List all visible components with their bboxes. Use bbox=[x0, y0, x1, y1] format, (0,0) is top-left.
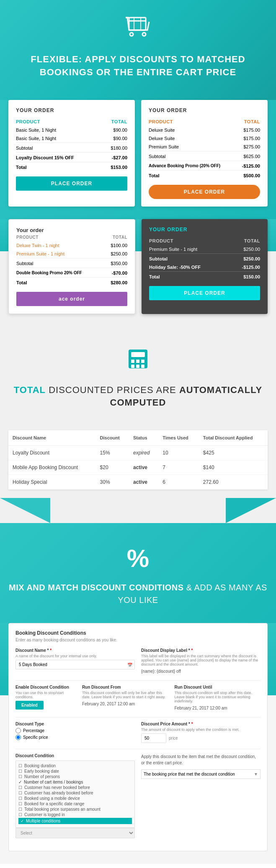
conditions-list-col: Discount Condition ☐Booking duration ☐Ea… bbox=[15, 753, 135, 838]
condition-number-persons[interactable]: ☐Number of persons bbox=[18, 774, 132, 779]
condition-booking-duration[interactable]: ☐Booking duration bbox=[18, 763, 132, 768]
display-label-label: Discount Display Label * bbox=[141, 648, 261, 653]
condition-logged-in[interactable]: ☐Customer is logged in bbox=[18, 812, 132, 817]
condition-cart-items[interactable]: ✓Number of cart items / bookings bbox=[18, 780, 132, 784]
subtotal-row: Subtotal $250.00 bbox=[149, 253, 260, 263]
discount-pct: 15% bbox=[96, 446, 129, 460]
times-used: 6 bbox=[158, 475, 199, 490]
display-label-value: {name}: {discount} off bbox=[141, 668, 261, 674]
price-input-row: price bbox=[141, 733, 261, 743]
conditions-section: Booking Discount Conditions Enter as man… bbox=[0, 623, 276, 864]
radio-percentage[interactable]: Percentage bbox=[15, 728, 135, 733]
display-label-col: Discount Display Label * This label will… bbox=[141, 648, 261, 674]
conditions-form: Booking Discount Conditions Enter as man… bbox=[8, 623, 268, 851]
calculator-icon bbox=[8, 347, 268, 375]
triangle-right bbox=[226, 498, 276, 523]
cards-row-1: YOUR ORDER PRODUCT TOTAL Basic Suite, 1 … bbox=[0, 100, 276, 219]
svg-rect-0 bbox=[129, 18, 146, 30]
total-row: Total $150.00 bbox=[149, 271, 260, 281]
discount-table: Discount Name Discount Status Times Used… bbox=[8, 430, 268, 490]
run-from-value: February 20, 2017 12:00 am bbox=[82, 701, 168, 707]
cards-row-2: Your order PRODUCT TOTAL Deluxe Twin - 1… bbox=[0, 219, 276, 327]
th-name: Discount Name bbox=[8, 430, 96, 446]
discount-price-input[interactable] bbox=[141, 733, 166, 743]
card1-col-total: TOTAL bbox=[103, 117, 127, 126]
discount-price-col: Discount Price Amount * The amount of di… bbox=[141, 722, 261, 743]
discount-price-sublabel: The amount of discount to apply when the… bbox=[141, 728, 261, 732]
discount-name-label: Discount Name * bbox=[15, 648, 135, 653]
svg-point-6 bbox=[130, 33, 133, 36]
card1-title: YOUR ORDER bbox=[16, 107, 127, 113]
card3-place-order-button[interactable]: ace order bbox=[16, 292, 127, 306]
discount-row: Loyalty Discount 15% OFF -$27.00 bbox=[16, 152, 127, 162]
apply-dropdown-label: The booking price that met the discount … bbox=[144, 772, 235, 776]
card4-place-order-button[interactable]: PLACE ORDER bbox=[149, 286, 260, 300]
run-until-sublabel: This discount condition will stop after … bbox=[174, 691, 261, 703]
total-row: Total $153.00 bbox=[16, 162, 127, 171]
condition-never-booked[interactable]: ☐Customer has never booked before bbox=[18, 785, 132, 790]
enable-button[interactable]: Enabled bbox=[15, 701, 44, 710]
th-status: Status bbox=[129, 430, 158, 446]
enable-col: Enable Discount Condition You can use th… bbox=[15, 685, 76, 711]
condition-mobile-device[interactable]: ☐Booked using a mobile device bbox=[18, 796, 132, 801]
hero-title: FLEXIBLE: APPLY DISCOUNTS TO MATCHED BOO… bbox=[8, 53, 268, 79]
run-until-col: Run Discount Until This discount conditi… bbox=[174, 685, 261, 711]
table-row: Premium Suite - 1 night $250.00 bbox=[16, 250, 127, 258]
discount-name-sublabel: A name of the discount for your internal… bbox=[15, 654, 135, 658]
percent-icon: % bbox=[8, 544, 268, 573]
discount-price-label: Discount Price Amount * bbox=[141, 722, 261, 726]
form-row-4: Discount Condition ☐Booking duration ☐Ea… bbox=[15, 753, 261, 838]
discount-pct: $20 bbox=[96, 460, 129, 475]
condition-date-range[interactable]: ☐Booked for a specific date range bbox=[18, 802, 132, 806]
svg-rect-10 bbox=[131, 360, 134, 363]
form-subtitle: Enter as many booking discount condition… bbox=[15, 638, 261, 642]
svg-rect-11 bbox=[136, 360, 139, 363]
subtotal-row: Subtotal $350.00 bbox=[16, 258, 127, 268]
percent-title: MIX AND MATCH DISCOUNT CONDITIONS & ADD … bbox=[8, 581, 268, 606]
card4-col-product: PRODUCT bbox=[149, 237, 231, 245]
discount-type-col: Discount Type Percentage Specific price bbox=[15, 722, 135, 743]
hero-section: FLEXIBLE: APPLY DISCOUNTS TO MATCHED BOO… bbox=[0, 0, 276, 100]
svg-rect-15 bbox=[141, 365, 144, 368]
card4-title: YOUR ORDER bbox=[149, 227, 260, 232]
table-row: Basic Suite, 1 Night $90.00 bbox=[16, 134, 127, 143]
discount-name-col: Discount Name * A name of the discount f… bbox=[15, 648, 135, 674]
card2-col-product: PRODUCT bbox=[149, 117, 237, 126]
card1-col-product: PRODUCT bbox=[16, 117, 103, 126]
th-discount: Discount bbox=[96, 430, 129, 446]
radio-specific[interactable]: Specific price bbox=[15, 735, 135, 740]
condition-multiple[interactable]: ✓Multiple conditions bbox=[18, 818, 132, 824]
discount-row: Advance Booking Promo (20% OFF) -$125.00 bbox=[149, 161, 260, 170]
th-times-used: Times Used bbox=[158, 430, 199, 446]
run-from-sublabel: This discount condition will only be liv… bbox=[82, 691, 168, 699]
discount-status: expired bbox=[129, 446, 158, 460]
run-from-label: Run Discount From bbox=[82, 685, 168, 689]
apply-dropdown-wrap[interactable]: The booking price that met the discount … bbox=[141, 769, 261, 779]
table-row: Premium Suite $275.00 bbox=[149, 143, 260, 151]
table-row: Loyalty Discount 15% expired 10 $425 bbox=[8, 446, 268, 460]
calendar-icon: 📅 bbox=[127, 662, 132, 667]
condition-already-booked[interactable]: ☐Customer has already booked before bbox=[18, 791, 132, 795]
discount-name-input-wrap: 📅 bbox=[15, 660, 135, 669]
card2-col-total: TOTAL bbox=[237, 117, 260, 126]
card2-place-order-button[interactable]: PLACE ORDER bbox=[149, 185, 260, 199]
enable-label: Enable Discount Condition bbox=[15, 685, 76, 689]
svg-rect-12 bbox=[141, 360, 144, 363]
svg-point-7 bbox=[142, 33, 146, 36]
order-card-4: YOUR ORDER PRODUCT TOTAL Premium Suite -… bbox=[142, 219, 268, 314]
condition-price-surpass[interactable]: ☐Total booking price surpasses an amount bbox=[18, 807, 132, 812]
form-title: Booking Discount Conditions bbox=[15, 630, 261, 636]
table-header-row: Discount Name Discount Status Times Used… bbox=[8, 430, 268, 446]
discount-type-label: Discount Type bbox=[15, 722, 135, 726]
discount-name-input[interactable] bbox=[15, 660, 135, 669]
calc-section: TOTAL DISCOUNTED PRICES ARE AUTOMATICALL… bbox=[0, 327, 276, 422]
run-until-label: Run Discount Until bbox=[174, 685, 261, 689]
condition-select[interactable]: Select bbox=[15, 828, 135, 838]
discount-status: active bbox=[129, 460, 158, 475]
times-used: 7 bbox=[158, 460, 199, 475]
table-section: Discount Name Discount Status Times Used… bbox=[0, 422, 276, 498]
total-applied: 272.60 bbox=[199, 475, 268, 490]
subtotal-row: Subtotal $625.00 bbox=[149, 151, 260, 161]
card1-place-order-button[interactable]: PLACE ORDER bbox=[16, 176, 127, 191]
condition-early-booking[interactable]: ☐Early booking date bbox=[18, 769, 132, 774]
